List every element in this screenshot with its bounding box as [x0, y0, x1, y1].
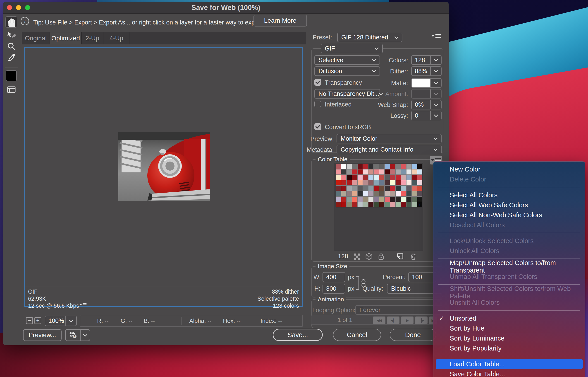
- color-swatch[interactable]: [352, 202, 357, 207]
- color-swatch[interactable]: [352, 191, 357, 196]
- color-swatch[interactable]: [363, 180, 368, 185]
- color-swatch[interactable]: [407, 202, 411, 207]
- color-swatch[interactable]: [347, 164, 352, 169]
- slice-select-tool-button[interactable]: [5, 29, 17, 41]
- color-swatch[interactable]: [341, 197, 346, 202]
- color-swatch[interactable]: [374, 164, 379, 169]
- color-swatch[interactable]: [352, 175, 357, 180]
- preset-dropdown[interactable]: GIF 128 Dithered: [337, 33, 402, 42]
- color-swatch[interactable]: [407, 169, 411, 175]
- color-swatch[interactable]: [390, 164, 395, 169]
- delete-color-button[interactable]: [409, 252, 418, 260]
- lossy-chevron[interactable]: [430, 111, 441, 120]
- metadata-dropdown[interactable]: Copyright and Contact Info: [337, 145, 442, 154]
- titlebar[interactable]: Save for Web (100%): [3, 2, 449, 14]
- color-swatch[interactable]: [412, 180, 417, 185]
- preview-in-browser-button[interactable]: Preview...: [23, 329, 62, 341]
- color-swatch[interactable]: [347, 186, 352, 191]
- color-swatch[interactable]: [390, 202, 395, 207]
- zoom-out-button[interactable]: −: [26, 317, 33, 324]
- color-swatch[interactable]: [368, 191, 373, 196]
- color-swatch[interactable]: [352, 197, 357, 202]
- color-swatch[interactable]: [363, 164, 368, 169]
- tab-original[interactable]: Original: [22, 32, 50, 44]
- color-swatch[interactable]: [347, 169, 352, 175]
- color-swatch[interactable]: [417, 164, 422, 169]
- color-swatch[interactable]: [347, 197, 352, 202]
- color-swatch[interactable]: [336, 164, 341, 169]
- width-input[interactable]: 400: [322, 272, 345, 282]
- colors-chevron[interactable]: [430, 56, 441, 64]
- color-swatch[interactable]: [407, 191, 411, 196]
- format-dropdown[interactable]: GIF: [321, 44, 383, 53]
- color-swatch[interactable]: [363, 202, 368, 207]
- color-swatch[interactable]: [358, 197, 363, 202]
- zoom-in-button[interactable]: +: [34, 317, 41, 324]
- color-swatch[interactable]: [363, 191, 368, 196]
- color-swatch[interactable]: [412, 175, 417, 180]
- color-swatch[interactable]: [390, 169, 395, 175]
- matte-chevron[interactable]: [430, 79, 441, 87]
- color-swatch[interactable]: [363, 186, 368, 191]
- color-swatch[interactable]: [336, 180, 341, 185]
- dither-combo[interactable]: 88%: [411, 66, 442, 76]
- color-swatch[interactable]: [368, 186, 373, 191]
- color-swatch[interactable]: [368, 180, 373, 185]
- eyedropper-tool-button[interactable]: [5, 52, 17, 63]
- lock-color-button[interactable]: [377, 252, 385, 260]
- color-swatch[interactable]: [379, 191, 384, 196]
- menu-item[interactable]: Select All Colors: [433, 190, 585, 200]
- color-swatch[interactable]: [412, 197, 417, 202]
- color-swatch[interactable]: [417, 175, 422, 180]
- new-color-button[interactable]: [396, 252, 404, 260]
- tab-2up[interactable]: 2-Up: [81, 32, 103, 44]
- color-swatch[interactable]: [390, 191, 395, 196]
- color-swatch[interactable]: [396, 202, 401, 207]
- tab-optimized[interactable]: Optimized: [50, 32, 81, 44]
- color-swatch[interactable]: [341, 180, 346, 185]
- tab-4up[interactable]: 4-Up: [103, 32, 130, 44]
- color-swatch[interactable]: [374, 202, 379, 207]
- color-swatch[interactable]: [396, 186, 401, 191]
- color-swatch[interactable]: [358, 202, 363, 207]
- color-swatch[interactable]: [341, 164, 346, 169]
- color-swatch[interactable]: [396, 175, 401, 180]
- color-swatch[interactable]: [336, 169, 341, 175]
- interlaced-checkbox[interactable]: [314, 101, 321, 107]
- color-swatch[interactable]: [336, 197, 341, 202]
- menu-item[interactable]: Sort by Popularity: [433, 343, 585, 353]
- color-swatch[interactable]: [401, 202, 406, 207]
- color-swatch[interactable]: [396, 197, 401, 202]
- color-swatch[interactable]: +: [417, 202, 422, 207]
- colors-combo[interactable]: 128: [411, 55, 442, 65]
- websnap-combo[interactable]: 0%: [411, 100, 442, 109]
- color-swatch[interactable]: [385, 202, 390, 207]
- color-swatch[interactable]: [385, 164, 390, 169]
- color-swatch[interactable]: [412, 169, 417, 175]
- web-shift-button[interactable]: [365, 252, 373, 260]
- percent-input[interactable]: 100: [408, 272, 436, 282]
- color-swatch[interactable]: [352, 169, 357, 175]
- menu-item[interactable]: Map/Unmap Selected Colors to/from Transp…: [433, 262, 585, 272]
- menu-item[interactable]: ✓Unsorted: [433, 313, 585, 323]
- websnap-chevron[interactable]: [430, 100, 441, 109]
- color-swatch[interactable]: [374, 197, 379, 202]
- color-swatch[interactable]: [379, 180, 384, 185]
- color-swatch[interactable]: [412, 191, 417, 196]
- color-swatch[interactable]: [412, 186, 417, 191]
- color-swatch[interactable]: [368, 202, 373, 207]
- height-input[interactable]: 300: [322, 284, 345, 294]
- color-swatch[interactable]: [368, 197, 373, 202]
- color-swatch[interactable]: [379, 197, 384, 202]
- color-swatch[interactable]: [358, 175, 363, 180]
- color-swatch[interactable]: [358, 180, 363, 185]
- color-swatch[interactable]: [385, 186, 390, 191]
- color-swatch[interactable]: [374, 191, 379, 196]
- menu-item[interactable]: Load Color Table...: [436, 359, 583, 369]
- color-swatch[interactable]: [358, 191, 363, 196]
- color-swatch[interactable]: [347, 175, 352, 180]
- menu-item[interactable]: Sort by Luminance: [433, 333, 585, 343]
- color-swatch[interactable]: [347, 202, 352, 207]
- cancel-button[interactable]: Cancel: [333, 329, 381, 341]
- color-swatch[interactable]: [396, 164, 401, 169]
